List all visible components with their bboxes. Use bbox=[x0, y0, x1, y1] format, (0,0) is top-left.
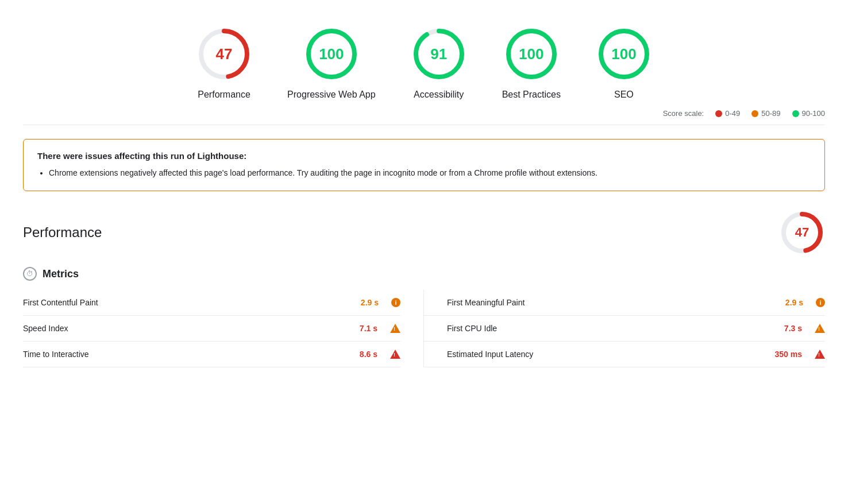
score-card-accessibility[interactable]: 91 Accessibility bbox=[410, 25, 468, 100]
pwa-score: 100 bbox=[319, 45, 344, 63]
score-scale: Score scale: 0-49 50-89 90-100 bbox=[23, 109, 825, 125]
metric-fci-name: First CPU Idle bbox=[447, 324, 775, 333]
performance-score: 47 bbox=[216, 45, 233, 63]
metric-fci-value: 7.3 s bbox=[784, 324, 802, 333]
gauge-seo: 100 bbox=[595, 25, 653, 83]
score-scale-label: Score scale: bbox=[663, 109, 704, 118]
metrics-grid: First Contentful Paint 2.9 s i Speed Ind… bbox=[23, 290, 825, 367]
gauge-pwa: 100 bbox=[303, 25, 360, 83]
warn-icon-tti[interactable] bbox=[390, 350, 400, 359]
performance-section-gauge: 47 bbox=[779, 210, 825, 255]
metric-eil-name: Estimated Input Latency bbox=[447, 350, 766, 359]
metric-row-fmp: First Meaningful Paint 2.9 s i bbox=[424, 290, 825, 316]
metric-row-eil: Estimated Input Latency 350 ms bbox=[424, 342, 825, 367]
scale-dot-red bbox=[715, 110, 722, 117]
scale-dot-orange bbox=[751, 110, 758, 117]
accessibility-score: 91 bbox=[430, 45, 447, 63]
scale-item-orange: 50-89 bbox=[751, 109, 780, 118]
seo-score: 100 bbox=[611, 45, 636, 63]
gauge-performance: 47 bbox=[195, 25, 253, 83]
score-card-performance[interactable]: 47 Performance bbox=[195, 25, 253, 100]
metrics-right-column: First Meaningful Paint 2.9 s i First CPU… bbox=[424, 290, 825, 367]
metric-si-name: Speed Index bbox=[23, 324, 350, 333]
stopwatch-icon: ⏱ bbox=[23, 267, 37, 281]
metrics-left-column: First Contentful Paint 2.9 s i Speed Ind… bbox=[23, 290, 424, 367]
scale-range-orange: 50-89 bbox=[761, 109, 780, 118]
score-card-best-practices[interactable]: 100 Best Practices bbox=[502, 25, 561, 100]
metrics-title: Metrics bbox=[43, 268, 79, 280]
metrics-header: ⏱ Metrics bbox=[23, 267, 825, 281]
gauge-accessibility: 91 bbox=[410, 25, 468, 83]
performance-section-score: 47 bbox=[795, 225, 809, 240]
metric-row-fcp: First Contentful Paint 2.9 s i bbox=[23, 290, 400, 316]
performance-section-title: Performance bbox=[23, 224, 102, 241]
metric-fcp-name: First Contentful Paint bbox=[23, 298, 352, 307]
performance-section-header: Performance 47 bbox=[23, 210, 825, 255]
best-practices-label: Best Practices bbox=[502, 90, 561, 100]
scale-item-red: 0-49 bbox=[715, 109, 740, 118]
performance-label: Performance bbox=[198, 90, 250, 100]
metric-fcp-value: 2.9 s bbox=[361, 298, 379, 307]
scores-row: 47 Performance 100 Progressive Web App bbox=[23, 14, 825, 109]
score-card-seo[interactable]: 100 SEO bbox=[595, 25, 653, 100]
scale-item-green: 90-100 bbox=[792, 109, 825, 118]
scale-range-green: 90-100 bbox=[802, 109, 825, 118]
accessibility-label: Accessibility bbox=[414, 90, 464, 100]
warn-icon-fci[interactable] bbox=[815, 324, 825, 333]
main-container: 47 Performance 100 Progressive Web App bbox=[0, 0, 848, 381]
metric-si-value: 7.1 s bbox=[360, 324, 377, 333]
pwa-label: Progressive Web App bbox=[287, 90, 376, 100]
scale-range-red: 0-49 bbox=[725, 109, 740, 118]
top-divider bbox=[23, 125, 825, 125]
warning-list: Chrome extensions negatively affected th… bbox=[37, 166, 811, 179]
warning-box: There were issues affecting this run of … bbox=[23, 139, 825, 191]
metric-fmp-name: First Meaningful Paint bbox=[447, 298, 776, 307]
metric-tti-value: 8.6 s bbox=[360, 350, 377, 359]
info-icon-fcp[interactable]: i bbox=[391, 298, 400, 307]
warn-icon-si[interactable] bbox=[390, 324, 400, 333]
metric-row-si: Speed Index 7.1 s bbox=[23, 316, 400, 342]
metric-row-tti: Time to Interactive 8.6 s bbox=[23, 342, 400, 367]
gauge-best-practices: 100 bbox=[503, 25, 560, 83]
metric-row-fci: First CPU Idle 7.3 s bbox=[424, 316, 825, 342]
warning-item: Chrome extensions negatively affected th… bbox=[49, 166, 811, 179]
metric-eil-value: 350 ms bbox=[775, 350, 802, 359]
score-card-pwa[interactable]: 100 Progressive Web App bbox=[287, 25, 376, 100]
best-practices-score: 100 bbox=[519, 45, 544, 63]
info-icon-fmp[interactable]: i bbox=[816, 298, 825, 307]
seo-label: SEO bbox=[614, 90, 634, 100]
warning-title: There were issues affecting this run of … bbox=[37, 151, 811, 161]
metric-tti-name: Time to Interactive bbox=[23, 350, 350, 359]
warn-icon-eil[interactable] bbox=[815, 350, 825, 359]
metric-fmp-value: 2.9 s bbox=[785, 298, 803, 307]
scale-dot-green bbox=[792, 110, 799, 117]
